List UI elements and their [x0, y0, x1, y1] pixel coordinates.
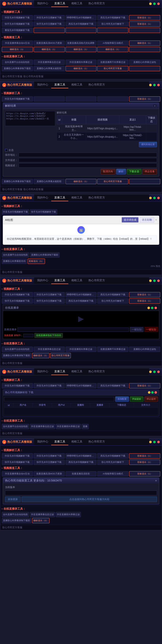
btn-caixin[interactable]: 彩心市民无水印解析下	[97, 21, 128, 27]
btn-extra6[interactable]	[129, 28, 160, 33]
btn-field-5-1[interactable]: 全向直播平台自动划包彩	[2, 424, 29, 429]
tab-my-center-5[interactable]: 我的中心	[34, 368, 51, 375]
btn-field-extra1[interactable]: 确标送出（1）	[66, 66, 97, 71]
tab-official-5[interactable]: 热心市民官方	[85, 368, 108, 375]
file-name-input[interactable]	[19, 158, 157, 162]
url-input-area[interactable]: https://v.douyin.com/iSb4e45/ https://v.…	[5, 111, 55, 126]
btn-field-official[interactable]: 彩心市民官方客服	[97, 66, 128, 71]
ai-tab-translate[interactable]: 语言彩翻	[140, 217, 154, 223]
btn-w6-4[interactable]: 西瓜无水印视频解析下载	[97, 453, 128, 459]
maximize-btn-2[interactable]	[153, 84, 156, 86]
tab-frame-tools[interactable]: 相框工具	[68, 0, 85, 7]
tab-official-6[interactable]: 热心市民官方	[85, 438, 108, 445]
btn-hd-format[interactable]: 批量直播高清格式优化调整	[66, 41, 97, 46]
btn-w4-9[interactable]: 彩心市民无水印解析下	[97, 298, 128, 304]
btn-cancel-dir[interactable]: 取消方向	[101, 169, 115, 174]
btn-field-record[interactable]: 直播彩心向弹幕录制下载彩	[2, 66, 33, 71]
btn-live6-3[interactable]: 批量直播高清彩彩	[66, 471, 97, 476]
btn-live-extra3[interactable]: 确标送出（1）	[34, 47, 65, 52]
tab-frame-tools-4[interactable]: 相框工具	[68, 277, 85, 284]
btn-w5-1[interactable]: 抖音无水印视频解析下载	[2, 383, 33, 388]
minimize-btn-3[interactable]	[149, 197, 152, 199]
btn-w5-3[interactable]: 哔哩哔哩无水印视频解析下载	[66, 383, 97, 388]
dl-stop-btn[interactable]: 停止监控	[144, 396, 158, 402]
btn-w6-2[interactable]: 抖音无水印主图解析下载	[34, 453, 65, 459]
btn-after-3[interactable]: 确标送出（1）	[66, 179, 97, 184]
btn-live-extra1[interactable]: 确标送出（1）	[129, 41, 160, 46]
dl-start-btn[interactable]: 开始提款	[130, 396, 143, 402]
btn-hd-mod[interactable]: 批量直播高清MOD乃更新	[34, 41, 65, 46]
close-btn-4[interactable]	[157, 279, 160, 282]
close-btn-3[interactable]	[157, 197, 160, 199]
notif-official-btn[interactable]: 点击连接到热心市民官方客服方向彩	[22, 497, 157, 502]
btn-bilibili[interactable]: 哔哩哔哩无水印视频解析下载	[66, 15, 97, 20]
tab-official-2[interactable]: 热心市民官方	[85, 82, 108, 88]
btn-w6-6[interactable]: 快手无水印视频解析下载	[2, 460, 33, 465]
dl-url-input[interactable]	[4, 397, 114, 401]
btn-w4-5[interactable]: 彩标送出（1）	[129, 292, 160, 297]
btn-w6-9[interactable]: 彩心市民无水印解析下	[97, 460, 128, 465]
tab-live-tools-6[interactable]: 直播工具	[51, 438, 68, 445]
btn-partial-2[interactable]: 快手无水印视频解析下载	[30, 209, 57, 215]
minimize-btn-4[interactable]	[149, 279, 152, 282]
dl-max-btn[interactable]	[151, 391, 154, 394]
maximize-btn-4[interactable]	[153, 279, 156, 282]
btn-w6-7[interactable]: 快手无水印主图解析下载	[34, 460, 65, 465]
minimize-btn[interactable]	[149, 3, 152, 5]
dl-min-btn[interactable]	[148, 391, 150, 394]
close-btn-5[interactable]	[157, 371, 160, 373]
btn-w5-4[interactable]: 西瓜无水印视频解析下载	[97, 383, 128, 388]
ls-max-btn[interactable]	[151, 307, 153, 309]
btn-ai-danmu[interactable]: AI智能弹幕互动模式	[97, 41, 128, 46]
tab-live-tools-5[interactable]: 直播工具	[51, 368, 68, 375]
btn-douyin-video[interactable]: 抖音无水印视频解析下载	[2, 15, 33, 20]
btn-parse-extra2[interactable]	[66, 96, 97, 102]
maximize-btn-6[interactable]	[153, 441, 156, 443]
btn-field-5-2[interactable]: 抖音直播弹幕信息过滤	[30, 424, 55, 429]
btn-w5-2[interactable]: 抖音无水印主图解析下载	[34, 383, 65, 388]
ai-tab-compose[interactable]: 提示词合成	[122, 217, 139, 223]
tab-official-3[interactable]: 热心市民官方	[85, 194, 108, 201]
btn-w6-3[interactable]: 哔哩哔哩无水印视频解析下载	[66, 453, 97, 459]
btn-parse-douyin[interactable]: 抖音无水印视频解析下载	[2, 96, 33, 102]
btn-after-4[interactable]: 彩心市民官方客服	[97, 179, 128, 184]
tab-frame-tools-5[interactable]: 相框工具	[68, 368, 85, 375]
btn-field-partial-2[interactable]: 直播彩心向弹幕录制下载彩	[30, 252, 60, 258]
btn-field-func[interactable]: 直播彩心向弹幕从能彩彩	[34, 66, 65, 71]
btn-live-extra2[interactable]: 确标送出（1）	[2, 47, 33, 52]
btn-field-4b-2[interactable]: 确标送出（1）	[32, 353, 49, 358]
tab-live-tools[interactable]: 直播工具	[51, 0, 68, 7]
btn-live-extra4[interactable]: 确标送出（1）	[66, 47, 97, 52]
minimize-btn-6[interactable]	[149, 441, 152, 443]
btn-stop-task[interactable]: 停止任务	[142, 169, 157, 174]
btn-extra1[interactable]: 彩标送出（1）	[129, 15, 160, 20]
video-title-input[interactable]	[19, 163, 157, 168]
tab-my-center[interactable]: 我的中心	[34, 0, 51, 7]
dl-close-btn[interactable]	[154, 391, 157, 394]
ai-dialog-close[interactable]: ×	[155, 217, 157, 223]
btn-w4-1[interactable]: 抖音无水印视频解析下载	[2, 292, 33, 297]
btn-field-partial-3[interactable]: 直播彩心向弹幕彩功功	[2, 259, 27, 264]
ls-url-input[interactable]	[18, 328, 129, 332]
btn-parse-extra1[interactable]	[34, 96, 65, 102]
btn-field-6-1[interactable]: 全向直播平台自动划包彩	[2, 512, 29, 517]
btn-w4-2[interactable]: 抖音无水印主图解析下载	[34, 292, 65, 297]
maximize-btn-3[interactable]	[153, 197, 156, 199]
ls-progress-input[interactable]	[23, 334, 33, 337]
btn-field-4-1[interactable]: 全向直播平台自动划包彩	[2, 347, 33, 352]
minimize-btn-2[interactable]	[149, 84, 152, 86]
btn-extra3[interactable]	[34, 28, 65, 33]
btn-field-extra3[interactable]	[129, 66, 160, 71]
minimize-btn-5[interactable]	[149, 371, 152, 373]
btn-w4-7[interactable]: 快手无水印主图解析下载	[34, 298, 65, 304]
btn-field-5-3[interactable]: 抖音直播双向弹幕过滤	[56, 424, 81, 429]
ls-func-btn[interactable]: 在线直播录指在下功功功	[34, 333, 63, 338]
btn-w4-10[interactable]: 彩标送出（1）	[129, 298, 160, 304]
btn-field-4-5[interactable]: 直播彩心向弹幕过滤包	[129, 347, 160, 352]
btn-live6-5[interactable]: 彩标送出（1）	[129, 471, 160, 476]
tab-live-tools-3[interactable]: 直播工具	[51, 194, 68, 201]
btn-live-extra6[interactable]	[129, 47, 160, 52]
tab-frame-tools-2[interactable]: 相框工具	[68, 82, 85, 88]
close-btn-6[interactable]	[157, 441, 160, 443]
save-path-input[interactable]	[19, 153, 157, 157]
